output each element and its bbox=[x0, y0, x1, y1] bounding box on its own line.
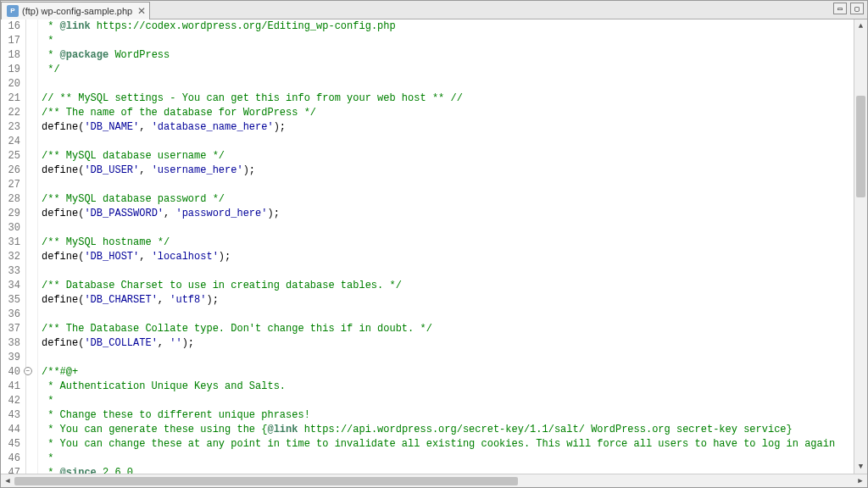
code-line: * bbox=[42, 394, 854, 408]
line-number: 17 bbox=[4, 34, 20, 48]
editor-container: 1617181920212223242526272829303132333435… bbox=[1, 19, 867, 474]
close-icon[interactable]: ✕ bbox=[137, 5, 146, 17]
scroll-down-arrow-icon[interactable]: ▼ bbox=[854, 460, 867, 474]
code-area[interactable]: * @link https://codex.wordpress.org/Edit… bbox=[38, 19, 854, 474]
line-number: 18 bbox=[4, 48, 20, 63]
code-line: /** The Database Collate type. Don't cha… bbox=[42, 322, 854, 336]
code-line: define('DB_NAME', 'database_name_here'); bbox=[42, 120, 854, 135]
line-number: 46 bbox=[4, 452, 20, 466]
line-number: 37 bbox=[4, 322, 20, 336]
hscroll-track[interactable] bbox=[14, 476, 854, 486]
window-controls: ▭ ▢ bbox=[833, 3, 864, 14]
code-line: * Authentication Unique Keys and Salts. bbox=[42, 380, 854, 394]
line-number: 21 bbox=[4, 92, 20, 106]
line-number: 33 bbox=[4, 264, 20, 279]
line-number: 26 bbox=[4, 164, 20, 178]
line-number: 16 bbox=[4, 19, 20, 34]
code-line bbox=[42, 221, 854, 236]
code-line bbox=[42, 351, 854, 365]
editor-tab[interactable]: P (ftp) wp-config-sample.php ✕ bbox=[1, 2, 150, 19]
code-line: * Change these to different unique phras… bbox=[42, 408, 854, 423]
code-line bbox=[42, 77, 854, 92]
line-number: 27 bbox=[4, 178, 20, 192]
code-line bbox=[42, 178, 854, 192]
code-line: define('DB_HOST', 'localhost'); bbox=[42, 250, 854, 264]
code-line bbox=[42, 308, 854, 322]
line-number: 20 bbox=[4, 77, 20, 92]
line-number: 40− bbox=[4, 365, 20, 380]
code-line: /** The name of the database for WordPre… bbox=[42, 106, 854, 120]
fold-toggle-icon[interactable]: − bbox=[24, 367, 32, 375]
line-number: 43 bbox=[4, 408, 20, 423]
code-line bbox=[42, 135, 854, 149]
vertical-scrollbar[interactable]: ▲ ▼ bbox=[854, 19, 867, 474]
line-number: 38 bbox=[4, 336, 20, 351]
line-number: 41 bbox=[4, 380, 20, 394]
line-number: 29 bbox=[4, 207, 20, 221]
scroll-up-arrow-icon[interactable]: ▲ bbox=[854, 19, 867, 33]
line-number: 35 bbox=[4, 293, 20, 308]
code-line: * @since 2.6.0 bbox=[42, 466, 854, 474]
code-line: // ** MySQL settings - You can get this … bbox=[42, 92, 854, 106]
scroll-right-arrow-icon[interactable]: ▶ bbox=[854, 474, 867, 488]
code-line: /** Database Charset to use in creating … bbox=[42, 279, 854, 293]
code-line: /**#@+ bbox=[42, 365, 854, 380]
scroll-left-arrow-icon[interactable]: ◀ bbox=[1, 474, 14, 488]
maximize-button[interactable]: ▢ bbox=[850, 3, 864, 14]
code-line: * bbox=[42, 452, 854, 466]
line-number: 44 bbox=[4, 423, 20, 437]
line-number: 30 bbox=[4, 221, 20, 236]
code-line: /** MySQL hostname */ bbox=[42, 236, 854, 250]
line-number: 36 bbox=[4, 308, 20, 322]
fold-column bbox=[26, 19, 38, 474]
code-line: * @package WordPress bbox=[42, 48, 854, 63]
line-number: 22 bbox=[4, 106, 20, 120]
line-number: 24 bbox=[4, 135, 20, 149]
code-line: /** MySQL database username */ bbox=[42, 149, 854, 164]
code-line: * @link https://codex.wordpress.org/Edit… bbox=[42, 19, 854, 34]
code-line: */ bbox=[42, 63, 854, 77]
line-number-gutter: 1617181920212223242526272829303132333435… bbox=[1, 19, 26, 474]
code-line: define('DB_COLLATE', ''); bbox=[42, 336, 854, 351]
line-number: 25 bbox=[4, 149, 20, 164]
code-line: * bbox=[42, 34, 854, 48]
line-number: 28 bbox=[4, 192, 20, 207]
code-line: * You can generate these using the {@lin… bbox=[42, 423, 854, 437]
line-number: 19 bbox=[4, 63, 20, 77]
line-number: 32 bbox=[4, 250, 20, 264]
code-line: /** MySQL database password */ bbox=[42, 192, 854, 207]
tab-title: (ftp) wp-config-sample.php bbox=[22, 6, 132, 16]
hscroll-thumb[interactable] bbox=[14, 477, 518, 485]
line-number: 23 bbox=[4, 120, 20, 135]
minimize-button[interactable]: ▭ bbox=[833, 3, 847, 14]
line-number: 39 bbox=[4, 351, 20, 365]
line-number: 47 bbox=[4, 466, 20, 474]
line-number: 31 bbox=[4, 236, 20, 250]
php-file-icon: P bbox=[7, 5, 19, 17]
scroll-thumb[interactable] bbox=[856, 96, 865, 197]
code-line bbox=[42, 264, 854, 279]
code-line: define('DB_CHARSET', 'utf8'); bbox=[42, 293, 854, 308]
code-line: * You can change these at any point in t… bbox=[42, 437, 854, 452]
line-number: 45 bbox=[4, 437, 20, 452]
tab-bar: P (ftp) wp-config-sample.php ✕ ▭ ▢ bbox=[1, 1, 867, 19]
line-number: 34 bbox=[4, 279, 20, 293]
line-number: 42 bbox=[4, 394, 20, 408]
code-line: define('DB_USER', 'username_here'); bbox=[42, 164, 854, 178]
code-line: define('DB_PASSWORD', 'password_here'); bbox=[42, 207, 854, 221]
horizontal-scrollbar[interactable]: ◀ ▶ bbox=[1, 474, 867, 487]
